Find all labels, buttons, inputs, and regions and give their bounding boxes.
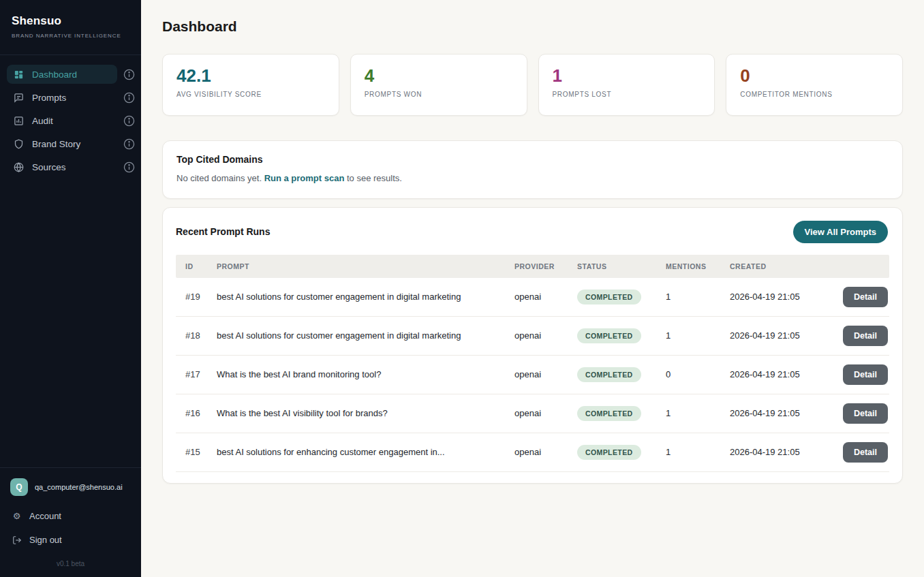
user-row: Q qa_computer@shensuo.ai [0, 468, 141, 504]
column-header-created: CREATED [730, 255, 828, 278]
detail-button[interactable]: Detail [843, 403, 888, 424]
cell-status: COMPLETED [577, 433, 666, 471]
stat-value: 4 [365, 66, 513, 86]
stat-card-avg-visibility: 42.1 AVG VISIBILITY SCORE [162, 54, 339, 116]
recent-panel-header: Recent Prompt Runs View All Prompts [176, 221, 889, 243]
nav-row-dashboard: Dashboard [0, 65, 141, 84]
cell-created: 2026-04-19 21:05 [730, 278, 828, 317]
cell-provider: openai [514, 278, 577, 317]
sidebar-item-prompts[interactable]: Prompts [7, 88, 117, 107]
cell-action: Detail [828, 433, 889, 471]
stat-label: PROMPTS WON [365, 91, 513, 98]
column-header-action [828, 255, 889, 278]
account-label: Account [29, 511, 61, 521]
stat-value: 1 [553, 66, 701, 86]
account-button[interactable]: ⚙ Account [0, 504, 141, 528]
column-header-provider: PROVIDER [514, 255, 577, 278]
table-row: #16 What is the best AI visibility tool … [176, 394, 889, 433]
cell-id: #18 [176, 316, 217, 355]
empty-suffix: to see results. [344, 173, 402, 183]
cell-status: COMPLETED [577, 316, 666, 355]
cell-id: #19 [176, 278, 217, 317]
stat-label: COMPETITOR MENTIONS [740, 91, 889, 98]
cell-provider: openai [514, 394, 577, 433]
sidebar-item-audit[interactable]: Audit [7, 111, 117, 130]
detail-button[interactable]: Detail [843, 287, 888, 307]
status-badge: COMPLETED [577, 406, 641, 421]
cell-prompt: best AI solutions for enhancing customer… [217, 433, 514, 471]
sidebar-item-sources[interactable]: Sources [7, 157, 117, 176]
page-title: Dashboard [162, 18, 903, 35]
status-badge: COMPLETED [577, 445, 641, 460]
brand: Shensuo BRAND NARRATIVE INTELLIGENCE [0, 0, 141, 48]
cell-action: Detail [828, 278, 889, 317]
detail-button[interactable]: Detail [843, 442, 888, 463]
status-badge: COMPLETED [577, 290, 641, 305]
bar-chart-icon [14, 116, 24, 126]
run-prompt-scan-link[interactable]: Run a prompt scan [264, 173, 345, 183]
sign-out-icon [12, 535, 22, 545]
cell-prompt: What is the best AI brand monitoring too… [217, 355, 514, 394]
prompt-runs-table: ID PROMPT PROVIDER STATUS MENTIONS CREAT… [176, 255, 889, 472]
cell-provider: openai [514, 355, 577, 394]
info-icon[interactable] [123, 92, 135, 104]
cell-created: 2026-04-19 21:05 [730, 433, 828, 471]
cell-created: 2026-04-19 21:05 [730, 316, 828, 355]
top-cited-domains-panel: Top Cited Domains No cited domains yet. … [162, 140, 903, 199]
stat-card-prompts-lost: 1 PROMPTS LOST [538, 54, 715, 116]
cell-prompt: What is the best AI visibility tool for … [217, 394, 514, 433]
stat-label: AVG VISIBILITY SCORE [176, 91, 325, 98]
cell-created: 2026-04-19 21:05 [730, 394, 828, 433]
shield-icon [14, 139, 24, 149]
gear-icon: ⚙ [12, 511, 22, 521]
sidebar: Shensuo BRAND NARRATIVE INTELLIGENCE Das… [0, 0, 141, 577]
cell-prompt: best AI solutions for customer engagemen… [217, 278, 514, 317]
nav-row-sources: Sources [0, 157, 141, 176]
cell-mentions: 1 [666, 433, 730, 471]
empty-prefix: No cited domains yet. [176, 173, 264, 183]
sidebar-item-dashboard[interactable]: Dashboard [7, 65, 117, 84]
panel-title: Recent Prompt Runs [176, 226, 270, 237]
detail-button[interactable]: Detail [843, 326, 888, 346]
stat-label: PROMPTS LOST [553, 91, 701, 98]
cell-mentions: 0 [666, 355, 730, 394]
info-icon[interactable] [123, 138, 135, 150]
nav-row-brand-story: Brand Story [0, 134, 141, 153]
cell-mentions: 1 [666, 316, 730, 355]
brand-name: Shensuo [12, 14, 129, 28]
sidebar-item-label: Prompts [32, 93, 66, 103]
info-icon[interactable] [123, 69, 135, 80]
detail-button[interactable]: Detail [843, 364, 888, 385]
stat-card-competitor-mentions: 0 COMPETITOR MENTIONS [726, 54, 903, 116]
info-icon[interactable] [123, 161, 135, 173]
status-badge: COMPLETED [577, 328, 641, 343]
info-icon[interactable] [123, 115, 135, 127]
cell-provider: openai [514, 433, 577, 471]
sidebar-nav: Dashboard Prompts Audit [0, 65, 141, 181]
cell-status: COMPLETED [577, 278, 666, 317]
sidebar-footer: Q qa_computer@shensuo.ai ⚙ Account Sign … [0, 467, 141, 577]
divider [0, 54, 141, 55]
cell-provider: openai [514, 316, 577, 355]
status-badge: COMPLETED [577, 367, 641, 382]
column-header-prompt: PROMPT [217, 255, 514, 278]
panel-title: Top Cited Domains [176, 154, 889, 165]
version-label: v0.1 beta [0, 552, 141, 577]
column-header-mentions: MENTIONS [666, 255, 730, 278]
cell-action: Detail [828, 355, 889, 394]
view-all-prompts-button[interactable]: View All Prompts [793, 221, 888, 243]
empty-state-text: No cited domains yet. Run a prompt scan … [176, 173, 889, 183]
main-content: Dashboard 42.1 AVG VISIBILITY SCORE 4 PR… [141, 0, 924, 577]
table-row: #18 best AI solutions for customer engag… [176, 316, 889, 355]
cell-mentions: 1 [666, 394, 730, 433]
sidebar-item-brand-story[interactable]: Brand Story [7, 134, 117, 153]
cell-id: #16 [176, 394, 217, 433]
nav-row-prompts: Prompts [0, 88, 141, 107]
cell-status: COMPLETED [577, 394, 666, 433]
stats-row: 42.1 AVG VISIBILITY SCORE 4 PROMPTS WON … [162, 54, 903, 116]
sign-out-button[interactable]: Sign out [0, 528, 141, 552]
stat-card-prompts-won: 4 PROMPTS WON [350, 54, 527, 116]
cell-created: 2026-04-19 21:05 [730, 355, 828, 394]
column-header-id: ID [176, 255, 217, 278]
sign-out-label: Sign out [29, 535, 62, 545]
